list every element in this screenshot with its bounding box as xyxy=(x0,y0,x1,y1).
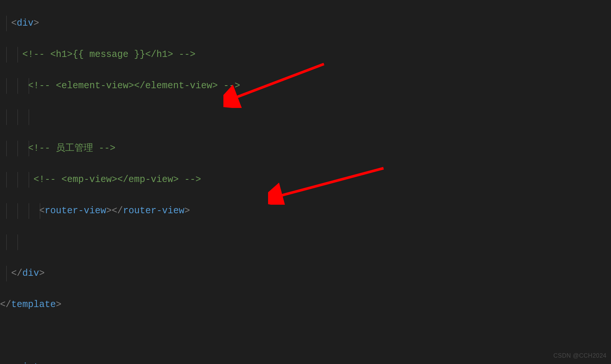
code-line[interactable]: </template> xyxy=(0,297,611,313)
code-editor[interactable]: <div> <!-- <h1>{{ message }}</h1> --> <!… xyxy=(0,0,611,364)
html-comment: <!-- <h1>{{ message }}</h1> --> xyxy=(22,49,195,60)
tag-name: div xyxy=(22,268,39,279)
html-comment: <!-- 员工管理 --> xyxy=(28,143,115,154)
code-line[interactable]: <!-- <emp-view></emp-view> --> xyxy=(0,172,611,188)
watermark: CSDN @CCH2024 xyxy=(553,351,607,361)
html-comment: <!-- <emp-view></emp-view> --> xyxy=(34,174,201,185)
code-line[interactable]: </div> xyxy=(0,266,611,281)
angle-open: < xyxy=(11,18,17,29)
code-line[interactable]: <!-- <h1>{{ message }}</h1> --> xyxy=(0,47,611,63)
code-line[interactable]: <router-view></router-view> xyxy=(0,203,611,219)
tag-name: div xyxy=(17,18,34,29)
code-line[interactable]: <!-- <element-view></element-view> --> xyxy=(0,78,611,94)
tag-name: router-view xyxy=(45,205,106,216)
code-line[interactable] xyxy=(0,328,611,344)
code-line[interactable] xyxy=(0,109,611,125)
tag-name: router-view xyxy=(123,205,184,216)
code-line[interactable] xyxy=(0,234,611,250)
code-line[interactable]: <!-- 员工管理 --> xyxy=(0,141,611,156)
angle-close: > xyxy=(34,18,39,29)
html-comment: <!-- <element-view></element-view> --> xyxy=(28,80,240,91)
tag-name: template xyxy=(11,299,56,310)
code-line[interactable]: <script> xyxy=(0,360,611,364)
tag-name: script xyxy=(6,362,39,364)
code-line[interactable]: <div> xyxy=(0,16,611,31)
